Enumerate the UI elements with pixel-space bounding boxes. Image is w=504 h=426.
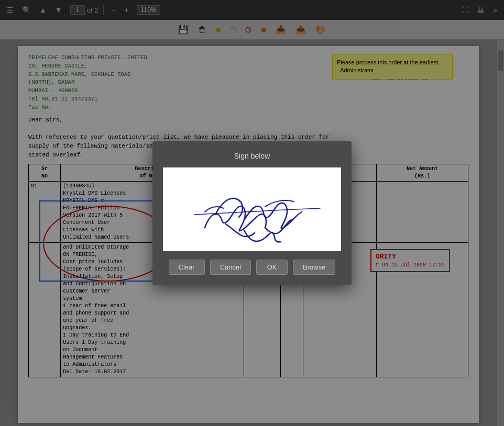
modal-buttons: Clear Cancel OK Browse [163, 260, 341, 275]
signature-canvas[interactable] [163, 167, 341, 251]
ok-button[interactable]: OK [256, 260, 288, 275]
modal-overlay: Sign below Clear Canc [0, 0, 504, 426]
browse-button[interactable]: Browse [293, 260, 335, 275]
sign-dialog: Sign below Clear Canc [152, 141, 352, 285]
signature-drawing [163, 167, 341, 251]
clear-button[interactable]: Clear [169, 260, 205, 275]
modal-title: Sign below [163, 152, 341, 160]
cancel-button[interactable]: Cancel [210, 260, 251, 275]
